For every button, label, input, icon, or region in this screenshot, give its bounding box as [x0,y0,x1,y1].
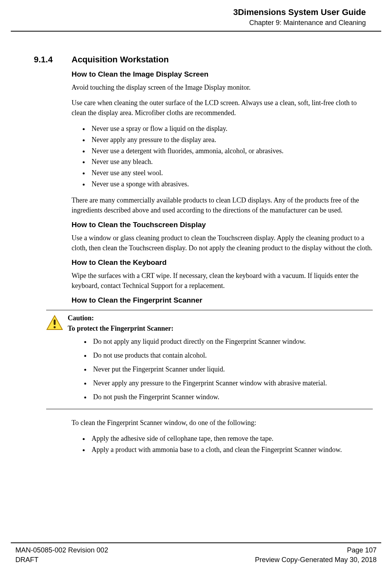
list-item: Never use any bleach. [89,156,373,167]
list-item: Never put the Fingerprint Scanner under … [91,364,373,375]
svg-rect-1 [54,320,56,325]
subheading-touchscreen: How to Clean the Touchscreen Display [72,221,373,229]
section-heading-row: 9.1.4 Acquisition Workstation [34,55,373,65]
paragraph: Use care when cleaning the outer surface… [72,98,373,118]
page-footer: MAN-05085-002 Revision 002 DRAFT Page 10… [11,542,381,565]
list-item: Do not use products that contain alcohol… [91,350,373,361]
caution-subtitle: To protect the Fingerprint Scanner: [68,325,373,333]
paragraph: Use a window or glass cleaning product t… [72,233,373,253]
generated-date: Preview Copy-Generated May 30, 2018 [255,555,377,565]
page-number: Page 107 [255,546,377,555]
paragraph: Wipe the surfaces with a CRT wipe. If ne… [72,271,373,291]
chapter-title: Chapter 9: Maintenance and Cleaning [26,18,366,28]
caution-label: Caution: [68,314,373,322]
subheading-fingerprint: How to Clean the Fingerprint Scanner [72,296,373,305]
list-item: Never apply any pressure to the Fingerpr… [91,378,373,389]
caution-text: Caution: To protect the Fingerprint Scan… [68,314,373,405]
list-item: Do not push the Fingerprint Scanner wind… [91,392,373,403]
bullet-list: Never use a spray or flow a liquid on th… [89,123,373,190]
footer-left: MAN-05085-002 Revision 002 DRAFT [15,546,108,565]
content: 9.1.4 Acquisition Workstation How to Cle… [0,32,392,469]
bullet-list: Apply the adhesive side of cellophane ta… [89,433,373,455]
caution-block: Caution: To protect the Fingerprint Scan… [46,310,373,409]
list-item: Never use a spray or flow a liquid on th… [89,123,373,134]
draft-label: DRAFT [15,555,108,565]
list-item: Do not apply any liquid product directly… [91,336,373,347]
svg-point-2 [53,326,55,328]
section-title: Acquisition Workstation [72,55,169,65]
caution-icon [46,315,63,332]
caution-bullet-list: Do not apply any liquid product directly… [91,336,373,402]
subheading-keyboard: How to Clean the Keyboard [72,258,373,267]
paragraph: Avoid touching the display screen of the… [72,82,373,92]
paragraph: There are many commercially available pr… [72,195,373,215]
doc-id: MAN-05085-002 Revision 002 [15,546,108,555]
list-item: Apply the adhesive side of cellophane ta… [89,433,373,444]
list-item: Never apply any pressure to the display … [89,134,373,146]
subheading-display-screen: How to Clean the Image Display Screen [72,70,373,79]
list-item: Never use a sponge with abrasives. [89,179,373,190]
section-number: 9.1.4 [34,55,60,65]
paragraph: To clean the Fingerprint Scanner window,… [72,418,373,428]
list-item: Never use any steel wool. [89,167,373,179]
list-item: Never use a detergent with fluorides, am… [89,146,373,157]
list-item: Apply a product with ammonia base to a c… [89,444,373,455]
footer-right: Page 107 Preview Copy-Generated May 30, … [255,546,377,565]
page-header: 3Dimensions System User Guide Chapter 9:… [11,0,381,32]
body: How to Clean the Image Display Screen Av… [72,70,373,455]
doc-title: 3Dimensions System User Guide [26,7,366,18]
